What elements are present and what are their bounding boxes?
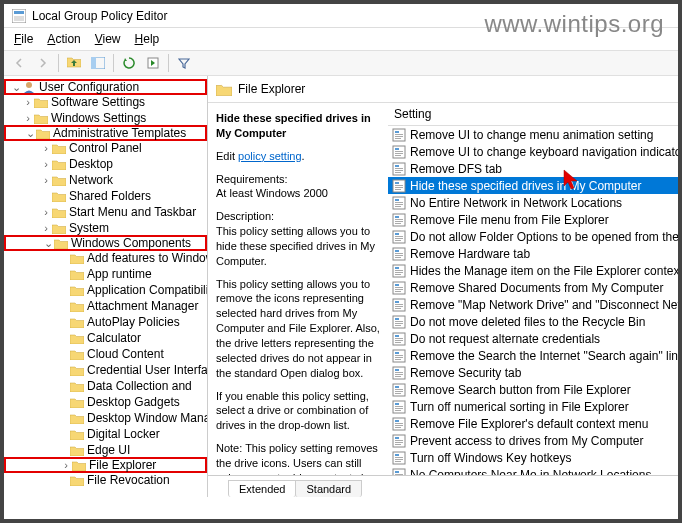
expand-icon[interactable]: › xyxy=(40,142,52,154)
setting-row[interactable]: Hide these specified drives in My Comput… xyxy=(388,177,678,194)
tree-software-settings[interactable]: ›Software Settings xyxy=(4,94,207,110)
description-block: Description:This policy setting allows y… xyxy=(216,209,380,268)
show-hide-tree-button[interactable] xyxy=(87,52,109,74)
setting-row[interactable]: Prevent access to drives from My Compute… xyxy=(388,432,678,449)
setting-row[interactable]: Remove "Map Network Drive" and "Disconne… xyxy=(388,296,678,313)
tree-label: File Revocation xyxy=(87,473,170,487)
setting-row[interactable]: Remove Hardware tab xyxy=(388,245,678,262)
export-button[interactable] xyxy=(142,52,164,74)
tab-standard[interactable]: Standard xyxy=(295,480,362,497)
setting-row[interactable]: Remove Search button from File Explorer xyxy=(388,381,678,398)
tree-label: Desktop xyxy=(69,157,113,171)
tree-label: Data Collection and xyxy=(87,379,192,393)
setting-row[interactable]: Remove DFS tab xyxy=(388,160,678,177)
setting-icon xyxy=(392,298,406,312)
tree-windows-settings[interactable]: ›Windows Settings xyxy=(4,110,207,126)
refresh-button[interactable] xyxy=(118,52,140,74)
expand-icon[interactable]: › xyxy=(22,112,34,124)
setting-row[interactable]: Remove UI to change keyboard navigation … xyxy=(388,143,678,160)
tree-label: Windows Components xyxy=(71,236,191,250)
tree-label: Digital Locker xyxy=(87,427,160,441)
setting-row[interactable]: Do not request alternate credentials xyxy=(388,330,678,347)
tree-digital-locker[interactable]: Digital Locker xyxy=(4,426,207,442)
setting-row[interactable]: Do not move deleted files to the Recycle… xyxy=(388,313,678,330)
tree-calculator[interactable]: Calculator xyxy=(4,330,207,346)
menu-view[interactable]: View xyxy=(89,30,127,48)
setting-icon xyxy=(392,128,406,142)
setting-row[interactable]: Turn off numerical sorting in File Explo… xyxy=(388,398,678,415)
setting-icon xyxy=(392,213,406,227)
tree-add-features[interactable]: Add features to Windows xyxy=(4,250,207,266)
main-area: ⌄ User Configuration ›Software Settings … xyxy=(4,76,678,497)
tree-system[interactable]: ›System xyxy=(4,220,207,236)
tree-dwm[interactable]: Desktop Window Manager xyxy=(4,410,207,426)
setting-label: Hides the Manage item on the File Explor… xyxy=(410,264,678,278)
tree-start-menu[interactable]: ›Start Menu and Taskbar xyxy=(4,204,207,220)
tree-data-collection[interactable]: Data Collection and xyxy=(4,378,207,394)
tree-cloud-content[interactable]: Cloud Content xyxy=(4,346,207,362)
expand-icon[interactable]: › xyxy=(40,174,52,186)
forward-button[interactable] xyxy=(32,52,54,74)
setting-label: Remove Security tab xyxy=(410,366,521,380)
expand-icon[interactable]: › xyxy=(60,459,72,471)
folder-icon xyxy=(70,381,84,392)
tree-autoplay[interactable]: AutoPlay Policies xyxy=(4,314,207,330)
tree-network[interactable]: ›Network xyxy=(4,172,207,188)
tree-shared-folders[interactable]: Shared Folders xyxy=(4,188,207,204)
setting-label: Remove "Map Network Drive" and "Disconne… xyxy=(410,298,678,312)
filter-button[interactable] xyxy=(173,52,195,74)
tree-file-revocation[interactable]: File Revocation xyxy=(4,472,207,488)
collapse-icon[interactable]: ⌄ xyxy=(10,81,22,94)
setting-row[interactable]: Remove the Search the Internet "Search a… xyxy=(388,347,678,364)
setting-label: Remove the Search the Internet "Search a… xyxy=(410,349,678,363)
tree-desktop[interactable]: ›Desktop xyxy=(4,156,207,172)
setting-row[interactable]: Remove Security tab xyxy=(388,364,678,381)
column-header-setting[interactable]: Setting xyxy=(388,103,678,126)
setting-row[interactable]: Hides the Manage item on the File Explor… xyxy=(388,262,678,279)
tree-label: Network xyxy=(69,173,113,187)
setting-row[interactable]: Remove Shared Documents from My Computer xyxy=(388,279,678,296)
collapse-icon[interactable]: ⌄ xyxy=(42,237,54,250)
menu-action[interactable]: Action xyxy=(41,30,86,48)
tree-file-explorer[interactable]: ›File Explorer xyxy=(4,457,207,473)
setting-icon xyxy=(392,332,406,346)
settings-list[interactable]: Setting Remove UI to change menu animati… xyxy=(388,103,678,475)
setting-label: Remove UI to change menu animation setti… xyxy=(410,128,653,142)
setting-row[interactable]: No Computers Near Me in Network Location… xyxy=(388,466,678,475)
edit-policy-link[interactable]: policy setting xyxy=(238,150,302,162)
tree-attachment-mgr[interactable]: Attachment Manager xyxy=(4,298,207,314)
tree-label: Desktop Window Manager xyxy=(87,411,208,425)
setting-row[interactable]: Turn off Windows Key hotkeys xyxy=(388,449,678,466)
menu-help[interactable]: Help xyxy=(129,30,166,48)
expand-icon[interactable]: › xyxy=(22,96,34,108)
tree-windows-components[interactable]: ⌄Windows Components xyxy=(4,235,207,251)
collapse-icon[interactable]: ⌄ xyxy=(24,127,36,140)
svg-point-11 xyxy=(26,82,32,88)
tree-app-runtime[interactable]: App runtime xyxy=(4,266,207,282)
expand-icon[interactable]: › xyxy=(40,206,52,218)
tree-control-panel[interactable]: ›Control Panel xyxy=(4,140,207,156)
setting-row[interactable]: No Entire Network in Network Locations xyxy=(388,194,678,211)
tree-panel[interactable]: ⌄ User Configuration ›Software Settings … xyxy=(4,76,208,497)
tree-admin-templates[interactable]: ⌄Administrative Templates xyxy=(4,125,207,141)
tree-gadgets[interactable]: Desktop Gadgets xyxy=(4,394,207,410)
menu-file[interactable]: File xyxy=(8,30,39,48)
tree-cred-ui[interactable]: Credential User Interface xyxy=(4,362,207,378)
setting-row[interactable]: Do not allow Folder Options to be opened… xyxy=(388,228,678,245)
setting-icon xyxy=(392,400,406,414)
tree-label: Add features to Windows xyxy=(87,251,208,265)
toolbar xyxy=(4,50,678,76)
folder-icon xyxy=(70,285,84,296)
tree-edge-ui[interactable]: Edge UI xyxy=(4,442,207,458)
setting-row[interactable]: Remove File Explorer's default context m… xyxy=(388,415,678,432)
expand-icon[interactable]: › xyxy=(40,158,52,170)
up-button[interactable] xyxy=(63,52,85,74)
setting-row[interactable]: Remove File menu from File Explorer xyxy=(388,211,678,228)
back-button[interactable] xyxy=(8,52,30,74)
setting-row[interactable]: Remove UI to change menu animation setti… xyxy=(388,126,678,143)
expand-icon[interactable]: › xyxy=(40,222,52,234)
tab-extended[interactable]: Extended xyxy=(228,480,296,497)
tree-user-config[interactable]: ⌄ User Configuration xyxy=(4,79,207,95)
setting-icon xyxy=(392,281,406,295)
tree-app-compat[interactable]: Application Compatibility xyxy=(4,282,207,298)
